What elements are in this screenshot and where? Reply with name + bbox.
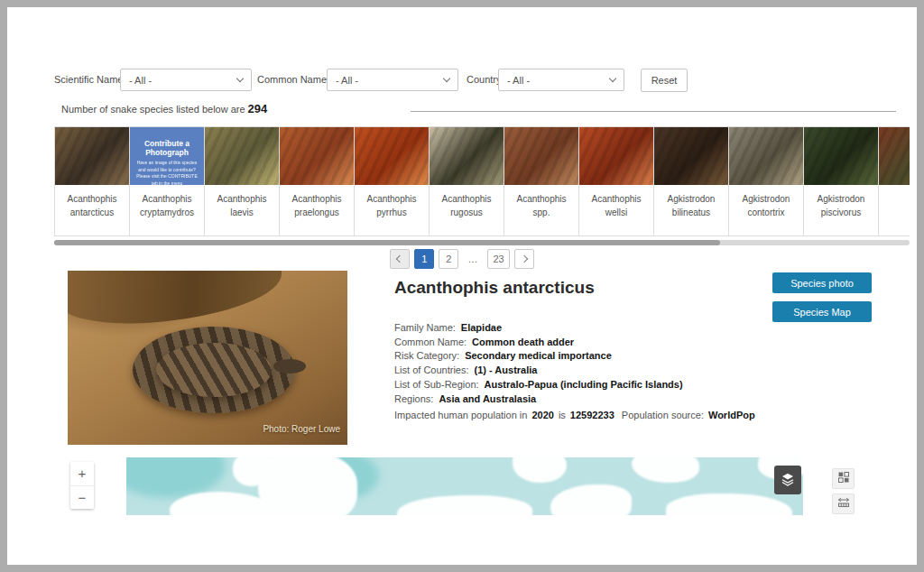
- divider: [411, 111, 896, 112]
- species-thumbnail: [879, 127, 910, 185]
- species-card[interactable]: Acanthophis pyrrhus: [354, 126, 430, 236]
- map-land: [550, 484, 632, 515]
- species-thumbnail: [504, 127, 578, 185]
- species-card-name: Acanthophis pyrrhus: [355, 185, 429, 219]
- species-photo-button[interactable]: Species photo: [772, 272, 872, 293]
- field-value: (1) - Australia: [475, 364, 538, 375]
- species-thumbnail: [804, 127, 878, 185]
- pagination-prev-button[interactable]: [390, 249, 410, 269]
- map-zoom-control: + −: [70, 462, 94, 509]
- population-value: WorldPop: [708, 410, 755, 420]
- field-label: Risk Category:: [394, 350, 459, 361]
- species-map-button[interactable]: Species Map: [772, 301, 872, 322]
- measure-button[interactable]: [832, 494, 855, 514]
- common-name-label: Common Name: [257, 74, 327, 85]
- field-row: List of Sub-Region:Australo-Papua (inclu…: [394, 378, 683, 392]
- field-row: Family Name:Elapidae: [394, 321, 683, 336]
- chevron-down-icon: [609, 75, 616, 82]
- field-label: List of Countries:: [394, 364, 469, 375]
- field-value: Secondary medical importance: [465, 350, 612, 361]
- field-value: Asia and Australasia: [439, 393, 536, 404]
- species-card[interactable]: Acanthophis spp.: [504, 126, 579, 236]
- zoom-in-button[interactable]: +: [70, 462, 94, 486]
- species-thumbnail: [205, 127, 279, 185]
- species-card[interactable]: Acanthophis wellsi: [578, 126, 654, 236]
- species-card-name: Agkistrodon bilineatus: [654, 185, 728, 219]
- species-card[interactable]: Acanthophis antarcticus: [54, 126, 130, 236]
- species-photo: Photo: Roger Lowe: [68, 271, 347, 445]
- layers-button[interactable]: [774, 466, 801, 494]
- field-row: Regions:Asia and Australasia: [394, 392, 683, 407]
- field-label: List of Sub-Region:: [394, 379, 479, 390]
- species-card-name: Agkistrodon contortrix: [729, 185, 803, 219]
- species-card[interactable]: Acanthophis rugosus: [429, 126, 504, 236]
- species-thumbnail: [55, 127, 129, 185]
- page: Scientific Name - All - Common Name - Al…: [7, 7, 917, 565]
- species-card-name: Acanthophis rugosus: [430, 185, 504, 219]
- species-card[interactable]: Agkistrodon contortrix: [728, 126, 804, 236]
- species-card-name: Acanthophis antarcticus: [55, 185, 129, 219]
- species-card[interactable]: Agkistrodon piscivorus: [803, 126, 879, 236]
- species-thumbnail: [729, 127, 803, 185]
- species-card[interactable]: Acanthophis laevis: [204, 126, 280, 236]
- pagination-page-2[interactable]: 2: [439, 249, 458, 269]
- species-carousel: Acanthophis antarcticusContribute a Phot…: [54, 126, 910, 238]
- pagination: 12…23: [7, 249, 917, 269]
- species-card-name: Acanthophis praelongus: [280, 185, 354, 219]
- pagination-next-button[interactable]: [514, 249, 534, 269]
- field-row: Common Name:Common death adder: [394, 336, 683, 350]
- contribute-title: Contribute a Photograph: [130, 127, 204, 157]
- reset-button[interactable]: Reset: [641, 69, 688, 92]
- pagination-page-1[interactable]: 1: [414, 249, 434, 269]
- basemap-grid-icon: [838, 472, 849, 485]
- basemap-gallery-button[interactable]: [832, 468, 855, 489]
- field-label: Regions:: [394, 393, 433, 404]
- map-land: [513, 457, 567, 483]
- country-label: Country: [467, 74, 502, 85]
- layers-icon: [780, 471, 796, 490]
- chevron-down-icon: [443, 75, 450, 82]
- zoom-out-button[interactable]: −: [70, 486, 94, 510]
- species-title: Acanthophis antarcticus: [394, 278, 595, 298]
- map-land: [632, 457, 699, 483]
- species-card-name: Acanthophis laevis: [205, 185, 279, 219]
- field-label: Family Name:: [394, 322, 456, 333]
- field-value: Elapidae: [461, 322, 502, 333]
- chevron-right-icon: [520, 255, 527, 263]
- species-thumbnail: [654, 127, 728, 185]
- species-thumbnail: [430, 127, 504, 185]
- photo-decoration: [156, 343, 272, 397]
- species-thumbnail: [579, 127, 653, 185]
- map-land: [258, 457, 357, 515]
- country-select[interactable]: - All -: [498, 69, 624, 91]
- map-canvas[interactable]: [126, 457, 803, 515]
- pagination-page-23[interactable]: 23: [487, 249, 509, 269]
- photo-decoration: [68, 271, 284, 329]
- scientific-name-label: Scientific Name: [54, 74, 123, 85]
- species-card[interactable]: Agkistrodon bilineatus: [653, 126, 729, 236]
- species-card-name: Acanthophis cryptamydros: [130, 185, 204, 219]
- population-text: Population source:: [619, 410, 704, 420]
- chevron-left-icon: [396, 255, 403, 263]
- species-card[interactable]: [878, 126, 910, 236]
- country-value: - All -: [507, 75, 530, 86]
- common-name-value: - All -: [336, 75, 358, 86]
- carousel-scrollbar-thumb[interactable]: [54, 240, 720, 245]
- population-text: is: [559, 410, 566, 420]
- species-thumbnail: [280, 127, 354, 185]
- common-name-select[interactable]: - All -: [327, 69, 458, 91]
- species-fields: Family Name:ElapidaeCommon Name:Common d…: [394, 321, 683, 406]
- carousel-scrollbar[interactable]: [54, 240, 910, 245]
- field-value: Australo-Papua (including Pacific Island…: [485, 379, 683, 390]
- contribute-body: Have an image of this species and would …: [130, 157, 204, 185]
- species-card[interactable]: Contribute a PhotographHave an image of …: [129, 126, 205, 236]
- field-label: Common Name:: [394, 337, 467, 347]
- chevron-down-icon: [236, 75, 244, 82]
- pagination-ellipsis[interactable]: …: [463, 249, 483, 269]
- scientific-name-select[interactable]: - All -: [120, 69, 252, 91]
- population-text: Impacted human population in: [394, 410, 527, 420]
- photo-credit: Photo: Roger Lowe: [263, 424, 340, 434]
- species-card[interactable]: Acanthophis praelongus: [279, 126, 355, 236]
- field-row: List of Countries:(1) - Australia: [394, 364, 683, 378]
- species-count-value: 294: [248, 102, 268, 115]
